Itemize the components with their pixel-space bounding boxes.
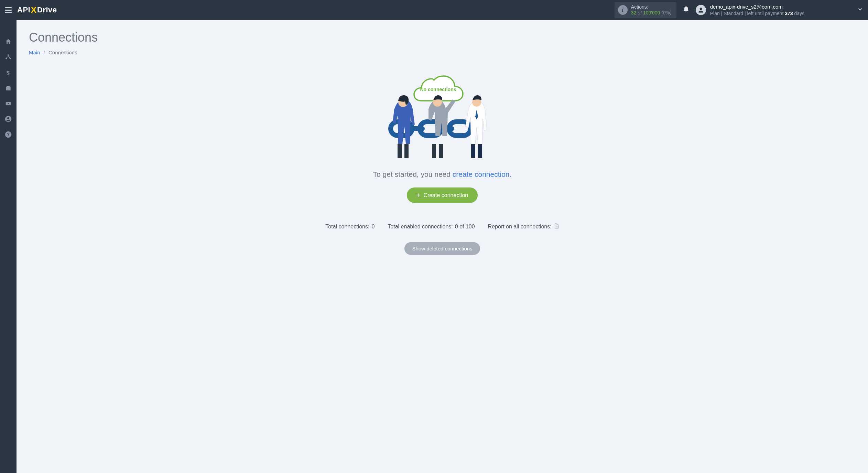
sidebar-item-home[interactable]: [0, 34, 17, 49]
info-icon: i: [618, 5, 628, 15]
sidebar-item-account[interactable]: [0, 111, 17, 127]
sidebar-item-video[interactable]: [0, 96, 17, 111]
logo-drive: Drive: [37, 6, 57, 14]
sidebar-item-billing[interactable]: [0, 65, 17, 80]
svg-point-6: [7, 117, 9, 119]
empty-state: No connections: [29, 62, 856, 255]
hamburger-menu-button[interactable]: [5, 7, 12, 13]
no-connections-illustration: No connections: [380, 62, 504, 165]
create-connection-button[interactable]: + Create connection: [407, 187, 478, 203]
report-connections: Report on all connections:: [488, 223, 559, 230]
breadcrumb-sep: /: [44, 50, 45, 55]
svg-point-0: [699, 8, 702, 10]
svg-text:No connections: No connections: [420, 87, 456, 92]
sidebar-item-connections[interactable]: [0, 49, 17, 65]
breadcrumb-main-link[interactable]: Main: [29, 50, 40, 55]
actions-counter[interactable]: i Actions: 32 of 100'000 (0%): [615, 2, 676, 18]
sidebar: ?: [0, 20, 17, 473]
actions-label: Actions:: [631, 4, 672, 10]
sidebar-item-help[interactable]: ?: [0, 127, 17, 142]
logo-api: API: [17, 6, 30, 14]
svg-rect-17: [404, 144, 409, 158]
empty-hint: To get started, you need create connecti…: [29, 170, 856, 179]
create-connection-link[interactable]: create connection: [453, 170, 510, 178]
user-plan-line: Plan | Standard | left until payment 373…: [710, 10, 804, 17]
svg-rect-19: [432, 144, 436, 158]
file-icon[interactable]: [554, 223, 559, 230]
page-title: Connections: [29, 30, 856, 45]
show-deleted-button[interactable]: Show deleted connections: [404, 242, 480, 255]
actions-pct: (0%): [661, 10, 672, 15]
user-email: demo_apix-drive_s2@com.com: [710, 3, 804, 10]
svg-text:?: ?: [7, 132, 10, 137]
main-content: Connections Main / Connections No connec…: [17, 20, 868, 473]
svg-rect-23: [478, 144, 482, 158]
breadcrumb: Main / Connections: [29, 50, 856, 55]
actions-used: 32: [631, 10, 637, 15]
sidebar-item-tasks[interactable]: [0, 80, 17, 96]
enabled-connections: Total enabled connections: 0 of 100: [388, 223, 475, 230]
stats-row: Total connections: 0 Total enabled conne…: [29, 223, 856, 230]
actions-of: of: [638, 10, 642, 15]
total-connections: Total connections: 0: [325, 223, 375, 230]
svg-rect-22: [471, 144, 475, 158]
logo-x: X: [31, 5, 37, 15]
svg-rect-16: [398, 144, 402, 158]
breadcrumb-current: Connections: [48, 50, 77, 55]
user-menu[interactable]: demo_apix-drive_s2@com.com Plan | Standa…: [696, 3, 804, 17]
svg-point-1: [8, 54, 9, 56]
plus-icon: +: [416, 192, 420, 199]
avatar-icon: [696, 5, 706, 15]
bell-icon[interactable]: [683, 6, 690, 14]
actions-limit: 100'000: [643, 10, 660, 15]
logo[interactable]: API X Drive: [17, 5, 57, 15]
chevron-down-icon[interactable]: [857, 6, 863, 14]
header: API X Drive i Actions: 32 of 100'000 (0%…: [0, 0, 868, 20]
svg-rect-20: [439, 144, 443, 158]
